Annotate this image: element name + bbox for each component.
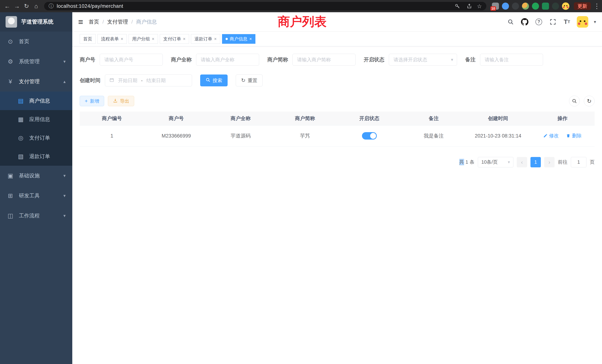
user-avatar[interactable] [577, 16, 588, 28]
tab-pay-order[interactable]: 支付订单 × [160, 34, 189, 44]
goto-page-input[interactable] [571, 157, 586, 167]
extension-badge: 10 [490, 6, 496, 11]
sidebar-item-label: 支付订单 [29, 134, 50, 141]
extensions-puzzle-icon[interactable]: 10 [492, 3, 499, 10]
extension-green-check-icon[interactable] [532, 3, 539, 10]
share-icon[interactable] [465, 2, 473, 10]
sidebar-item-label: 系统管理 [19, 58, 40, 65]
col-short-name: 商户简称 [273, 112, 337, 125]
hamburger-icon[interactable]: ≡ [78, 18, 83, 26]
col-merchant-id: 商户编号 [80, 112, 144, 125]
back-button[interactable]: ← [3, 2, 11, 10]
help-icon[interactable]: ? [535, 18, 543, 26]
avatar-caret-icon[interactable]: ▾ [594, 19, 596, 24]
breadcrumb-payment[interactable]: 支付管理 [107, 18, 128, 25]
table-toolbar: + 新增 导出 ↻ [80, 96, 595, 106]
add-button[interactable]: + 新增 [80, 96, 104, 106]
workflow-icon: ◫ [7, 212, 14, 219]
github-icon[interactable] [520, 18, 529, 26]
filter-full-name: 商户全称 [171, 54, 259, 66]
extension-pinwheel-icon[interactable] [552, 3, 559, 10]
sidebar-item-refund-order[interactable]: ▧ 退款订单 [0, 147, 72, 166]
sidebar-item-infrastructure[interactable]: ▣ 基础设施 ▾ [0, 166, 72, 186]
sidebar-item-system[interactable]: ⚙ 系统管理 ▾ [0, 52, 72, 72]
chevron-up-icon: ▴ [63, 79, 66, 84]
sidebar-item-app-info[interactable]: ▦ 应用信息 [0, 110, 72, 129]
breadcrumb-home[interactable]: 首页 [89, 18, 99, 25]
filter-label: 商户全称 [171, 56, 192, 63]
extension-drop-icon[interactable] [502, 3, 509, 10]
extension-dark-icon[interactable] [512, 3, 519, 10]
export-button[interactable]: 导出 [108, 96, 134, 106]
merchant-no-input[interactable] [100, 54, 163, 66]
chevron-down-icon: ▾ [63, 193, 66, 198]
cell-full-name: 芋道源码 [208, 125, 273, 146]
filter-label: 开启状态 [364, 56, 384, 63]
reload-button[interactable]: ↻ [22, 2, 31, 10]
toggle-search-button[interactable] [569, 96, 580, 106]
font-size-icon[interactable]: T [563, 18, 571, 26]
table-header-row: 商户编号 商户号 商户全称 商户简称 开启状态 备注 创建时间 操作 [80, 112, 595, 125]
full-name-input[interactable] [196, 54, 259, 66]
forward-button[interactable]: → [13, 2, 21, 10]
close-icon[interactable]: × [152, 37, 154, 41]
edit-link[interactable]: 修改 [543, 132, 559, 139]
search-icon[interactable] [506, 18, 515, 26]
close-icon[interactable]: × [249, 37, 252, 41]
extension-green-book-icon[interactable] [542, 3, 549, 10]
close-icon[interactable]: × [121, 37, 123, 41]
tab-process-form[interactable]: 流程表单 × [97, 34, 127, 44]
short-name-input[interactable] [292, 54, 355, 66]
status-select[interactable]: 请选择开启状态 ▾ [389, 54, 457, 66]
reset-button[interactable]: ↻ 重置 [236, 75, 263, 86]
status-toggle[interactable] [362, 132, 377, 139]
search-button[interactable]: 搜索 [200, 75, 228, 86]
bookmark-star-icon[interactable]: ☆ [477, 3, 482, 10]
app-title: 芋道管理系统 [21, 18, 53, 26]
update-button[interactable]: 更新 [574, 2, 591, 10]
browser-menu-icon[interactable]: ⋮ [593, 2, 599, 10]
filter-label: 创建时间 [80, 77, 100, 84]
filter-merchant-no: 商户号 [80, 54, 163, 66]
goto-label: 前往 [558, 159, 568, 165]
page-size-select[interactable]: 10条/页 ▾ [478, 157, 513, 167]
tab-merchant-info[interactable]: 商户信息 × [222, 34, 255, 44]
tab-refund-order[interactable]: 退款订单 × [191, 34, 220, 44]
tab-user-group[interactable]: 用户分组 × [129, 34, 158, 44]
pagination: 共 1 条 10条/页 ▾ ‹ 1 › 前往 页 [80, 157, 595, 167]
breadcrumb: 首页 / 支付管理 / 商户信息 [89, 18, 157, 25]
sidebar-item-home[interactable]: ⊙ 首页 [0, 32, 72, 52]
close-icon[interactable]: × [183, 37, 185, 41]
address-bar[interactable]: ⓘ localhost:1024/pay/merchant ☆ [44, 2, 486, 10]
date-start-placeholder: 开始日期 [118, 77, 137, 84]
delete-link[interactable]: 删除 [566, 132, 582, 139]
tab-home[interactable]: 首页 [80, 34, 96, 44]
cell-remark: 我是备注 [401, 125, 466, 146]
prev-page-button[interactable]: ‹ [517, 157, 527, 167]
extension-avatar-icon[interactable] [522, 3, 529, 10]
site-info-icon[interactable]: ⓘ [49, 3, 54, 10]
sidebar-item-merchant-info[interactable]: ▤ 商户信息 [0, 92, 72, 110]
passwords-key-icon[interactable] [453, 2, 462, 10]
sidebar-menu: ⊙ 首页 ⚙ 系统管理 ▾ ¥ 支付管理 ▴ ▤ 商户信息 ▦ 应用信 [0, 32, 72, 226]
filter-status: 开启状态 请选择开启状态 ▾ [364, 54, 457, 66]
page-number-1[interactable]: 1 [530, 157, 541, 167]
sidebar-item-payment[interactable]: ¥ 支付管理 ▴ [0, 72, 72, 92]
close-icon[interactable]: × [214, 37, 217, 41]
logo[interactable]: 芋道管理系统 [0, 12, 72, 32]
breadcrumb-separator: / [103, 19, 104, 25]
cell-actions: 修改 删除 [530, 125, 595, 146]
home-button[interactable]: ⌂ [32, 2, 40, 10]
yen-icon: ¥ [7, 78, 14, 85]
fullscreen-icon[interactable] [549, 18, 557, 26]
sidebar-item-dev-tools[interactable]: ⊞ 研发工具 ▾ [0, 186, 72, 206]
sidebar-item-workflow[interactable]: ◫ 工作流程 ▾ [0, 206, 72, 226]
remark-input[interactable] [480, 54, 543, 66]
date-range-picker[interactable]: 开始日期 - 结束日期 [105, 75, 192, 86]
sidebar-item-pay-order[interactable]: ◎ 支付订单 [0, 129, 72, 147]
refresh-table-button[interactable]: ↻ [584, 96, 595, 106]
next-page-button[interactable]: › [544, 157, 555, 167]
profile-avatar[interactable] [562, 2, 569, 10]
document-icon: ▧ [17, 153, 24, 160]
toolbar-right: ↻ [569, 96, 595, 106]
